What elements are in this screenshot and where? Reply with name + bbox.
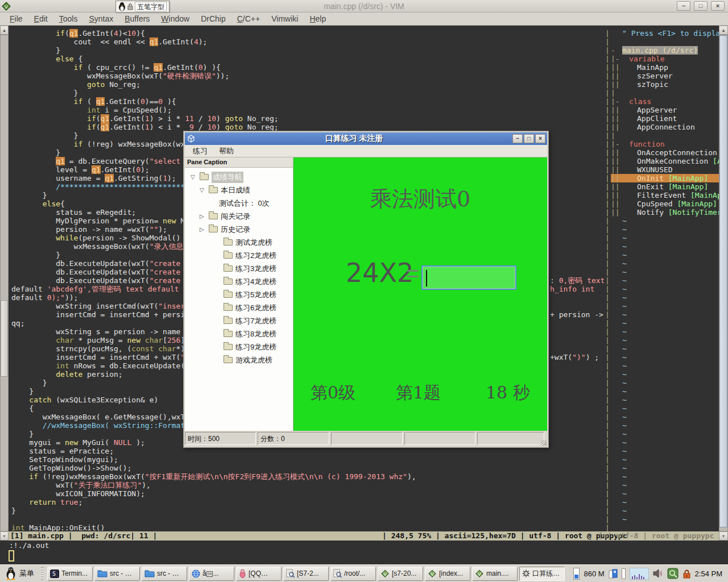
- task-button[interactable]: src - …: [142, 567, 187, 581]
- usage-meter-icon[interactable]: [622, 568, 626, 579]
- tree-item[interactable]: 练习3龙虎榜: [185, 262, 293, 275]
- tag-row[interactable]: ||OnInit [MainApp]: [611, 174, 719, 182]
- tree-item[interactable]: 测试龙虎榜: [185, 236, 293, 249]
- menu-cc[interactable]: C/C++: [232, 13, 265, 24]
- left-scrollbar-thumb[interactable]: [1, 300, 8, 377]
- task-button[interactable]: V[s7-20...: [378, 567, 423, 581]
- dialog-close-button[interactable]: ×: [535, 134, 545, 143]
- answer-input[interactable]: [421, 265, 516, 290]
- tree-item[interactable]: 练习6龙虎榜: [185, 301, 293, 314]
- tag-row[interactable]: ||FilterEvent [MainApp: [611, 191, 719, 199]
- task-button[interactable]: [QQ…: [236, 567, 282, 581]
- task-button[interactable]: å94...: [189, 567, 234, 581]
- ime-panel[interactable]: 五笔字型: [115, 1, 169, 13]
- tag-row[interactable]: ||AppConnection: [611, 123, 719, 131]
- tag-row[interactable]: |-variable: [611, 55, 719, 63]
- folder-icon: [224, 344, 233, 350]
- menu-launcher[interactable]: 菜单: [2, 566, 38, 581]
- menu-help[interactable]: 帮助: [214, 145, 238, 157]
- tag-row[interactable]: ||AppServer: [611, 106, 719, 114]
- tree-item[interactable]: 练习8龙虎榜: [185, 327, 293, 340]
- chevron-down-icon[interactable]: ▽: [200, 187, 209, 193]
- task-button[interactable]: 口算练…: [519, 567, 565, 581]
- vim-cmdline[interactable]: :!./a.out: [0, 541, 728, 564]
- scroll-up-icon[interactable]: ▴: [719, 26, 728, 35]
- tree-item[interactable]: 测试合计： 0次: [185, 197, 293, 210]
- tag-row[interactable]: -main.cpp (/d/src): [611, 46, 719, 55]
- menu-edit[interactable]: Edit: [29, 13, 53, 24]
- menu-buffers[interactable]: Buffers: [119, 13, 155, 24]
- task-button[interactable]: Vmain....: [472, 567, 518, 581]
- tree-item[interactable]: 游戏龙虎榜: [185, 354, 293, 367]
- left-scrollbar-track[interactable]: [0, 35, 9, 531]
- tree-item-label: 练习6龙虎榜: [235, 303, 276, 313]
- tree-item[interactable]: 练习9龙虎榜: [185, 340, 293, 354]
- chevron-right-icon[interactable]: ▷: [200, 226, 209, 232]
- tree-item[interactable]: 练习4龙虎榜: [185, 275, 293, 288]
- usage-meter-icon[interactable]: [573, 568, 580, 580]
- tag-row[interactable]: ||AppClient: [611, 114, 719, 123]
- resize-grip-icon[interactable]: [541, 440, 547, 446]
- tree-item[interactable]: ▽本日成绩: [185, 184, 293, 197]
- task-button[interactable]: src - …: [94, 567, 140, 581]
- tag-row[interactable]: |-function: [611, 140, 719, 148]
- tag-row[interactable]: ||OnAcceptConnection [: [611, 148, 719, 157]
- tag-row[interactable]: " Press <F1> to display: [611, 29, 719, 38]
- tree-item[interactable]: ▽成绩导航: [185, 171, 293, 184]
- firewall-lock-icon[interactable]: [682, 569, 691, 579]
- task-button[interactable]: /root/...: [330, 567, 376, 581]
- tag-row[interactable]: [611, 38, 719, 46]
- free-memory-label: 860 M: [584, 569, 604, 578]
- tree-item[interactable]: 练习7龙虎榜: [185, 314, 293, 327]
- menu-drchip[interactable]: DrChip: [196, 13, 231, 24]
- tag-row[interactable]: ||szServer: [611, 72, 719, 80]
- close-button[interactable]: ×: [711, 1, 725, 11]
- tree-item[interactable]: ▷历史记录: [185, 223, 293, 236]
- tag-row[interactable]: ||szTopic: [611, 80, 719, 89]
- scroll-down-icon[interactable]: ▾: [0, 531, 9, 541]
- tag-row[interactable]: |: [611, 89, 719, 97]
- right-scrollbar-thumb[interactable]: [719, 35, 727, 527]
- chevron-down-icon[interactable]: ▽: [191, 174, 200, 180]
- minimize-button[interactable]: –: [677, 1, 690, 11]
- tag-row[interactable]: ||MainApp: [611, 63, 719, 72]
- speaker-icon[interactable]: [653, 569, 663, 578]
- tag-row[interactable]: ||CpuSpeed [MainApp]: [611, 199, 719, 208]
- tag-row[interactable]: |: [611, 131, 719, 140]
- task-button[interactable]: V[index...: [425, 567, 470, 581]
- cmdline-cursor: [9, 550, 14, 562]
- dialog-maximize-button[interactable]: □: [524, 134, 534, 143]
- tree-item[interactable]: ▷闯关记录: [185, 210, 293, 223]
- task-button[interactable]: STermin...: [47, 567, 93, 581]
- scroll-up-icon[interactable]: ▴: [0, 26, 9, 35]
- menu-practice[interactable]: 练习: [188, 145, 212, 157]
- clock[interactable]: 2:54 PM: [695, 569, 722, 578]
- tag-row[interactable]: |-class: [611, 97, 719, 106]
- tree-item[interactable]: 练习2龙虎榜: [185, 249, 293, 262]
- tag-row[interactable]: ||OnExit [MainApp]: [611, 182, 719, 191]
- task-button[interactable]: [S7-2...: [283, 567, 329, 581]
- tag-row[interactable]: ||Notify [NotifyTimer]: [611, 208, 719, 217]
- scroll-down-icon[interactable]: ▾: [719, 531, 728, 541]
- menu-file[interactable]: File: [5, 13, 28, 24]
- package-manager-icon[interactable]: [667, 568, 679, 579]
- menu-window[interactable]: Window: [156, 13, 195, 24]
- maximize-button[interactable]: □: [694, 1, 708, 11]
- cmdline-text: :!./a.out: [9, 541, 49, 550]
- dialog-minimize-button[interactable]: –: [512, 134, 523, 143]
- taskbar-handle[interactable]: [41, 567, 44, 580]
- dialog-titlebar[interactable]: 口算练习 未注册 – □ ×: [185, 132, 547, 145]
- empty-line-marker: ~: [611, 413, 719, 421]
- menu-vimwiki[interactable]: Vimwiki: [266, 13, 303, 24]
- chevron-right-icon[interactable]: ▷: [200, 213, 209, 219]
- menu-help[interactable]: Help: [304, 13, 331, 24]
- split-separator[interactable]: | | | | | | | | | | | | | | | | | | | | …: [605, 26, 611, 531]
- tree-item[interactable]: 练习5龙虎榜: [185, 288, 293, 301]
- tag-row[interactable]: ||WXUNUSED: [611, 165, 719, 174]
- cpu-graph-icon[interactable]: [630, 568, 649, 580]
- clipboard-icon[interactable]: [609, 569, 618, 579]
- quiz-footer-item: 第1题: [396, 381, 441, 405]
- menu-tools[interactable]: Tools: [54, 13, 83, 24]
- menu-syntax[interactable]: Syntax: [84, 13, 118, 24]
- tag-row[interactable]: ||OnMakeConnection [Ap: [611, 157, 719, 165]
